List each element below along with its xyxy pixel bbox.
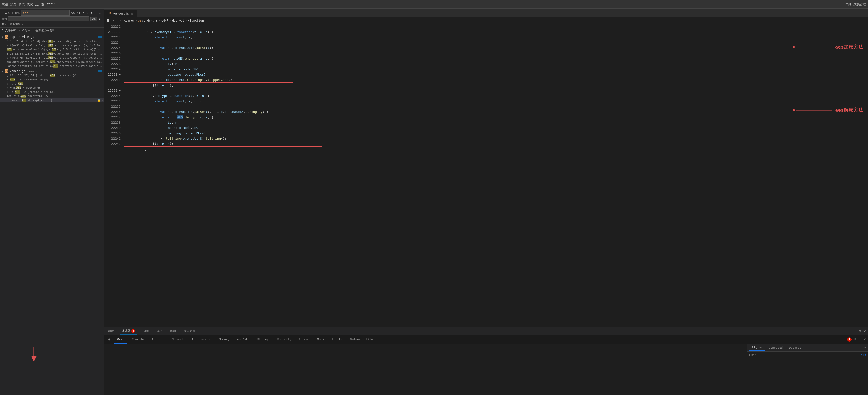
code-line: mode: o.mode.CBC, bbox=[126, 120, 868, 125]
file-group-header[interactable]: ▼ JS app-service.js 7 bbox=[0, 34, 104, 39]
dt-tab-sensor[interactable]: Sensor bbox=[296, 335, 313, 344]
result-item[interactable]: return o.AES.encrypt(a, e, { bbox=[0, 94, 104, 98]
result-item[interactable]: v,t[e+3]=y},keySize:8}),t.AES=e._createH… bbox=[0, 43, 104, 48]
regex-button[interactable]: .* bbox=[82, 11, 85, 15]
clear-button[interactable]: ≡ bbox=[90, 11, 93, 15]
replace-confirm-btn[interactable]: ↵ bbox=[98, 17, 102, 21]
top-toolbar-item[interactable]: 云开发 bbox=[35, 2, 44, 6]
file-group-app-service: ▼ JS app-service.js 7 8,16,32,64,128,27,… bbox=[0, 34, 104, 68]
top-toolbar: 构建 预览 调试 优化 云开发 22713 详细 成员管理 bbox=[0, 0, 868, 9]
file-group-header-vendor[interactable]: ▼ JS vendor.js common 7 bbox=[0, 68, 104, 73]
breadcrumb-decrypt: decrypt bbox=[172, 19, 184, 22]
dt-tab-storage[interactable]: Storage bbox=[254, 335, 273, 344]
result-item[interactable]: AES=e._createHelper(d)}(),a.AES}),c1c5:f… bbox=[0, 48, 104, 52]
breadcrumb-function: <function> bbox=[188, 19, 206, 22]
code-area: }(), o.encrypt = function(t, e, n) { ret… bbox=[124, 24, 868, 327]
vendor-result-count: 7 bbox=[98, 70, 102, 72]
result-item[interactable]: }, t.AES = e._createHelper(n); bbox=[0, 90, 104, 94]
result-item-active[interactable]: return o.AES.decrypt(r, e, { 🔒 ✕ bbox=[0, 98, 104, 102]
result-item[interactable]: n = n.AES = e.extend({ bbox=[0, 86, 104, 90]
editor-tabs: JS vendor.js × bbox=[104, 9, 868, 17]
filter-input[interactable] bbox=[749, 353, 859, 357]
line-numbers: 22221 22222 ▼ 22223 22224 22225 22226 22… bbox=[104, 24, 124, 327]
settings-btn[interactable]: ⚙ bbox=[854, 338, 856, 341]
editor-area: JS vendor.js × ☰ ← → common › JSvendor.j… bbox=[104, 9, 868, 395]
replace-input[interactable] bbox=[8, 17, 89, 21]
replace-row: 替换 AB ↵ bbox=[2, 17, 102, 21]
devtools-tab-build[interactable]: 构建 bbox=[106, 327, 116, 335]
inspect-btn[interactable]: ⊕ bbox=[106, 337, 113, 342]
result-item[interactable]: enc.Utf8.parse(t);return o.AES.encrypt(a… bbox=[0, 60, 104, 64]
replace-all-btn[interactable]: AB bbox=[90, 17, 97, 21]
code-line: var a = o.enc.Hex.parse(t), r = o.enc.Ba… bbox=[126, 104, 868, 109]
top-toolbar-item[interactable]: 构建 bbox=[2, 2, 8, 6]
top-toolbar-item[interactable]: 优化 bbox=[27, 2, 33, 6]
dt-tab-wxml[interactable]: Wxml bbox=[114, 335, 127, 344]
expand-button[interactable]: ⤢ bbox=[94, 11, 97, 15]
top-toolbar-item[interactable]: 22713 bbox=[46, 2, 56, 6]
dt-tab-mock[interactable]: Mock bbox=[314, 335, 328, 344]
code-line: }, o.decrypt = function(t, e, n) { bbox=[126, 88, 868, 93]
result-item[interactable]: , 64, 128, 27, 54 ], d = n.AES = e.exten… bbox=[0, 73, 104, 78]
result-item-actions[interactable]: 🔒 ✕ bbox=[97, 99, 103, 102]
result-item[interactable]: 8,16,32,64,128,27,54];n=n.AES=e.extend({… bbox=[0, 52, 104, 56]
top-toolbar-item[interactable]: 调试 bbox=[19, 2, 25, 6]
dt-tab-vulnerability[interactable]: Vulnerability bbox=[347, 335, 376, 344]
styles-tab-styles[interactable]: Styles bbox=[749, 345, 765, 351]
hamburger-btn[interactable]: ☰ bbox=[106, 18, 110, 23]
devtools-tab-output[interactable]: 输出 bbox=[155, 327, 164, 335]
dt-tab-network[interactable]: Network bbox=[168, 335, 188, 344]
devtools-minimize-btn[interactable]: ▽ bbox=[859, 329, 861, 333]
dt-tab-console[interactable]: Console bbox=[128, 335, 148, 344]
result-item[interactable]: v,t[e+3]=m},keySize:8}),t.AES=e._createH… bbox=[0, 56, 104, 60]
devtools-tab-terminal[interactable]: 终端 bbox=[168, 327, 178, 335]
dt-tab-sources[interactable]: Sources bbox=[148, 335, 167, 344]
search-icons: Aa AB .* ↻ ≡ ⤢ ··· bbox=[70, 11, 102, 15]
top-toolbar-item[interactable]: 详细 bbox=[845, 2, 851, 6]
styles-tab-dataset[interactable]: Dataset bbox=[786, 345, 804, 351]
top-toolbar-item[interactable]: 预览 bbox=[10, 2, 17, 6]
styles-panel-tabs: Styles Computed Dataset » bbox=[747, 344, 868, 352]
devtools-left-panel[interactable] bbox=[104, 344, 747, 395]
styles-tab-more[interactable]: » bbox=[864, 346, 866, 350]
result-item[interactable]: t.AES = e._createHelper(d); bbox=[0, 78, 104, 82]
search-sidebar: SEARCH: 搜索 Aa AB .* ↻ ≡ ⤢ ··· 替换 AB ↵ bbox=[0, 9, 104, 395]
devtools-tab-issues[interactable]: 问题 bbox=[141, 327, 151, 335]
top-toolbar-item[interactable]: 成员管理 bbox=[854, 2, 866, 6]
dir-filter-label: 指定目录和排除 bbox=[2, 22, 21, 26]
tab-close-btn[interactable]: × bbox=[131, 12, 133, 16]
forward-btn[interactable]: → bbox=[118, 18, 122, 23]
code-line bbox=[126, 35, 868, 40]
code-line: mode: o.mode.CBC, bbox=[126, 61, 868, 67]
dt-tab-appdata[interactable]: AppData bbox=[234, 335, 253, 344]
breadcrumb-vendorjs: JSvendor.js bbox=[138, 19, 158, 22]
more-options-btn[interactable]: ⋮ bbox=[858, 338, 862, 341]
devtools-content: Styles Computed Dataset » .cls bbox=[104, 344, 868, 395]
result-item[interactable]: 8,16,32,64,128,27,54],d=n.AES=e.extend({… bbox=[0, 39, 104, 43]
editor-content[interactable]: 22221 22222 ▼ 22223 22224 22225 22226 22… bbox=[104, 24, 868, 327]
dt-tab-memory[interactable]: Memory bbox=[215, 335, 232, 344]
devtools-close-btn[interactable]: ✕ bbox=[863, 329, 866, 333]
decrypt-annotation: aes解密方法 bbox=[794, 107, 863, 114]
dt-tab-security[interactable]: Security bbox=[274, 335, 294, 344]
dt-tab-audits[interactable]: Audits bbox=[329, 335, 346, 344]
filter-cls-btn[interactable]: .cls bbox=[859, 353, 866, 357]
error-badge: 1 bbox=[847, 337, 851, 342]
result-item[interactable]: }(), a.AES); bbox=[0, 82, 104, 86]
breadcrumb: common › JSvendor.js › e447 › decrypt › … bbox=[124, 19, 206, 22]
match-case-button[interactable]: Aa bbox=[70, 11, 75, 15]
more-button[interactable]: ··· bbox=[98, 11, 102, 15]
result-item[interactable]: Base64.stringify(a);return o.AES.decrypt… bbox=[0, 64, 104, 68]
close-devtools-btn[interactable]: ✕ bbox=[863, 338, 866, 341]
editor-tab-vendor[interactable]: JS vendor.js × bbox=[104, 10, 137, 17]
devtools-top-tabs: 构建 调试器 1 问题 输出 终端 代码质量 ▽ ✕ bbox=[104, 327, 868, 335]
file-icon-js: JS bbox=[5, 35, 8, 38]
devtools-tab-debugger[interactable]: 调试器 1 bbox=[120, 327, 137, 335]
search-input[interactable] bbox=[21, 10, 69, 16]
devtools-tab-codequality[interactable]: 代码质量 bbox=[182, 327, 197, 335]
back-btn[interactable]: ← bbox=[112, 18, 116, 23]
refresh-button[interactable]: ↻ bbox=[86, 11, 89, 15]
dt-tab-performance[interactable]: Performance bbox=[188, 335, 214, 344]
match-word-button[interactable]: AB bbox=[76, 11, 81, 15]
styles-tab-computed[interactable]: Computed bbox=[766, 345, 785, 351]
